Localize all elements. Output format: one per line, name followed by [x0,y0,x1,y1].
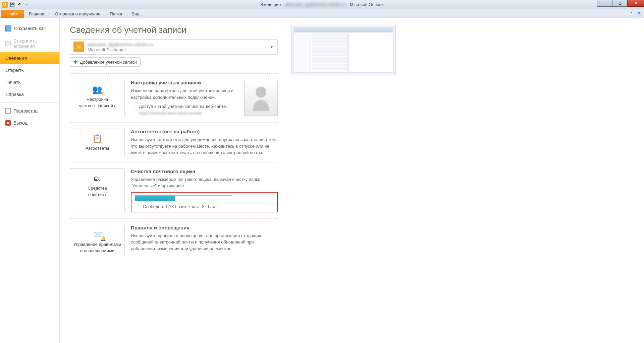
svg-point-0 [256,87,266,97]
rules-title: Правила и оповещения [131,225,278,230]
quota-text: Свободно: 1,18 Гбайт, квота: 2 Гбайт [135,204,274,209]
cleanup-desc: Управление размером почтового ящика, вкл… [131,176,278,189]
account-settings-desc: Изменение параметров для этой учетной за… [131,87,235,100]
rules-desc: Используйте правила и оповещения для орг… [131,232,278,252]
add-account-button[interactable]: ✚ Добавление учетной записи [70,57,141,67]
help-icon[interactable]: ? [636,11,642,17]
home-tab[interactable]: Главная [24,10,50,18]
outlook-app-icon: O [1,1,8,8]
account-email: alekseev_dg@techno-oblsfin.ru [88,42,153,47]
quota-progress-bar [135,195,232,201]
account-type: Microsoft Exchange [88,47,153,52]
page-title: Сведения об учетной записи [70,25,278,35]
close-button[interactable]: ✕ [627,0,644,7]
ribbon-collapse-icon[interactable]: ⌃ [629,11,635,17]
nav-info[interactable]: Сведения [0,52,59,64]
account-settings-title: Настройка учетных записей [131,80,235,85]
print-preview-thumb [291,25,396,75]
cleanup-tools-button[interactable]: Средства очистки [70,168,125,212]
plus-icon: ✚ [73,59,78,65]
folder-tab[interactable]: Папка [105,10,127,18]
nav-help[interactable]: Справка [0,88,59,100]
web-access-url[interactable]: https://outlook.dsss.local.ru/owa/ [139,111,202,116]
sendreceive-tab[interactable]: Отправка и получение [50,10,105,18]
account-selector[interactable]: ✉ alekseev_dg@techno-oblsfin.ru Microsof… [70,39,278,55]
quick-access-toolbar: O 💾 ↶ ▼ [0,1,30,8]
qat-dropdown-icon[interactable]: ▼ [23,1,30,8]
chevron-down-icon: ▼ [270,45,273,49]
auto-replies-title: Автоответы (нет на работе) [131,129,278,134]
auto-replies-desc: Используйте автоответы для уведомления д… [131,136,278,156]
nav-options[interactable]: Параметры [0,105,59,117]
account-settings-icon [91,83,104,95]
backstage-nav: Сохранить как Сохранить вложения Сведени… [0,18,60,343]
rules-icon [91,228,104,241]
avatar-placeholder [244,80,278,116]
cleanup-title: Очистка почтового ящика [131,168,278,174]
quota-highlight: Свободно: 1,18 Гбайт, квота: 2 Гбайт [131,192,278,212]
nav-save-attachments: Сохранить вложения [0,35,59,52]
web-access-label: Доступ к этой учетной записи на веб-сайт… [131,103,235,110]
window-title: Входящие - alekseev_dg@techno-oblsfin.ru… [260,2,384,7]
ribbon: Файл Главная Отправка и получение Папка … [0,9,644,18]
nav-open[interactable]: Открыть [0,64,59,76]
exchange-icon: ✉ [73,42,84,52]
file-tab[interactable]: Файл [1,10,24,18]
view-tab[interactable]: Вид [127,10,144,18]
titlebar: O 💾 ↶ ▼ Входящие - alekseev_dg@techno-ob… [0,0,644,9]
maximize-button[interactable]: ◻ [612,0,628,7]
undo-icon[interactable]: ↶ [16,1,23,8]
auto-replies-button[interactable]: Автоответы [70,129,125,156]
nav-save-as[interactable]: Сохранить как [0,22,59,35]
cleanup-icon [91,172,104,184]
save-icon[interactable]: 💾 [9,1,15,8]
rules-alerts-button[interactable]: Управление правилами и оповещениями [70,225,125,256]
nav-print[interactable]: Печать [0,76,59,88]
nav-exit[interactable]: Выход [0,117,59,129]
auto-replies-icon [91,132,104,144]
account-settings-button[interactable]: Настройка учетных записей [70,80,125,116]
minimize-button[interactable]: — [597,0,612,7]
